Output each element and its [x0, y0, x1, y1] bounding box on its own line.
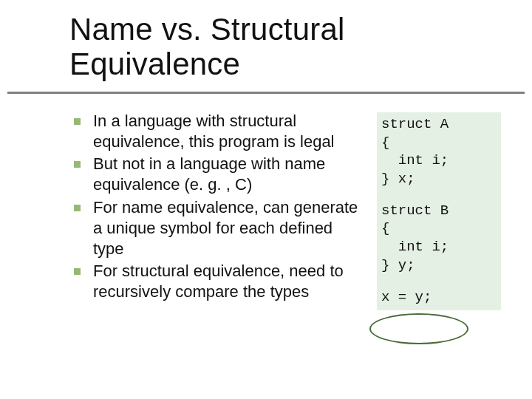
- code-block-a: struct A { int i; } x;: [381, 115, 497, 188]
- slide: Name vs. Structural Equivalence In a lan…: [0, 0, 532, 399]
- slide-title: Name vs. Structural Equivalence: [69, 12, 345, 81]
- code-text: x = y;: [381, 288, 497, 307]
- body-text: In a language with structural equivalenc…: [71, 111, 366, 304]
- title-divider: [7, 92, 525, 94]
- code-text: struct A { int i; } x;: [381, 115, 497, 188]
- title-line-1: Name vs. Structural: [69, 12, 345, 47]
- code-text: struct B { int i; } y;: [381, 202, 497, 275]
- code-block-b: struct B { int i; } y;: [381, 202, 497, 275]
- code-panel: struct A { int i; } x; struct B { int i;…: [377, 112, 501, 310]
- bullet-list: In a language with structural equivalenc…: [71, 111, 366, 302]
- title-line-2: Equivalence: [69, 47, 240, 81]
- code-block-assign: x = y;: [381, 288, 497, 307]
- highlight-ellipse: [369, 313, 468, 344]
- bullet-item: In a language with structural equivalenc…: [71, 111, 366, 152]
- bullet-item: For name equivalence, can generate a uni…: [71, 197, 366, 259]
- bullet-item: For structural equivalence, need to recu…: [71, 261, 366, 302]
- bullet-item: But not in a language with name equivale…: [71, 154, 366, 195]
